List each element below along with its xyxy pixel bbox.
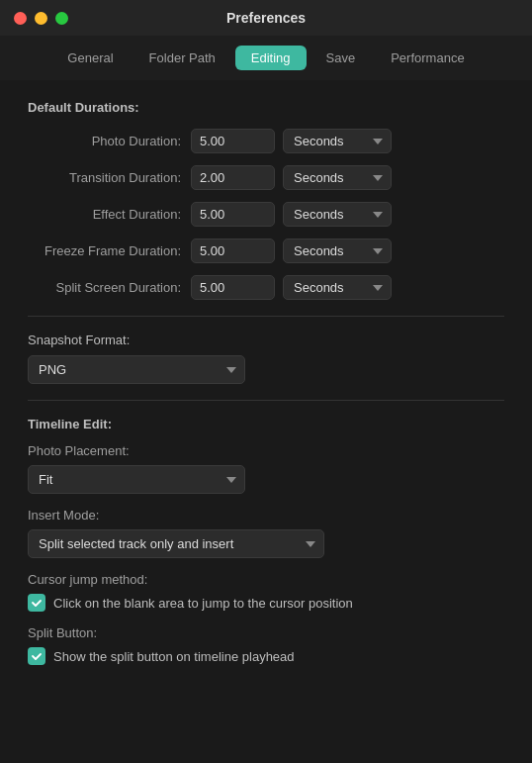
tab-folder-path[interactable]: Folder Path [133, 46, 231, 70]
tab-editing[interactable]: Editing [235, 46, 307, 70]
cursor-jump-checkbox[interactable] [28, 594, 45, 612]
freeze-frame-duration-label: Freeze Frame Duration: [28, 243, 191, 258]
cursor-jump-row: Click on the blank area to jump to the c… [28, 594, 504, 612]
split-screen-duration-row: Split Screen Duration: Seconds [28, 275, 504, 300]
photo-placement-label: Photo Placement: [28, 443, 504, 458]
insert-mode-section: Insert Mode: Split selected track only a… [28, 508, 504, 558]
photo-duration-unit[interactable]: Seconds [283, 129, 392, 153]
transition-duration-unit[interactable]: Seconds [283, 165, 392, 190]
photo-duration-input[interactable] [191, 129, 275, 153]
divider-1 [28, 316, 504, 317]
split-screen-duration-input[interactable] [191, 275, 275, 300]
split-screen-duration-label: Split Screen Duration: [28, 280, 191, 295]
tabbar: General Folder Path Editing Save Perform… [0, 36, 532, 80]
photo-placement-section: Photo Placement: Fit Fill Stretch None [28, 443, 504, 494]
insert-mode-label: Insert Mode: [28, 508, 504, 523]
default-durations-title: Default Durations: [28, 100, 504, 115]
snapshot-format-section: Snapshot Format: PNG JPEG TIFF [28, 333, 504, 384]
checkmark-icon-2 [31, 650, 43, 662]
minimize-button[interactable] [35, 12, 47, 25]
tab-performance[interactable]: Performance [375, 46, 480, 70]
checkmark-icon [31, 597, 43, 609]
tab-save[interactable]: Save [310, 46, 372, 70]
transition-duration-row: Transition Duration: Seconds [28, 165, 504, 190]
effect-duration-input[interactable] [191, 202, 275, 227]
split-button-section: Split Button: Show the split button on t… [28, 625, 504, 665]
cursor-jump-label: Cursor jump method: [28, 572, 504, 587]
divider-2 [28, 400, 504, 401]
cursor-jump-checkbox-label: Click on the blank area to jump to the c… [53, 596, 353, 611]
close-button[interactable] [14, 12, 27, 25]
transition-duration-input[interactable] [191, 165, 275, 190]
traffic-lights [14, 12, 68, 25]
freeze-frame-duration-unit[interactable]: Seconds [283, 238, 392, 263]
photo-duration-label: Photo Duration: [28, 134, 191, 148]
snapshot-format-label: Snapshot Format: [28, 333, 504, 347]
insert-mode-select[interactable]: Split selected track only and insert Ins… [28, 529, 324, 558]
split-screen-duration-unit[interactable]: Seconds [283, 275, 392, 300]
timeline-edit-title: Timeline Edit: [28, 417, 504, 431]
window-title: Preferences [226, 10, 306, 26]
split-button-row: Show the split button on timeline playhe… [28, 647, 504, 665]
cursor-jump-section: Cursor jump method: Click on the blank a… [28, 572, 504, 612]
split-button-checkbox[interactable] [28, 647, 45, 665]
split-button-label: Split Button: [28, 625, 504, 640]
maximize-button[interactable] [55, 12, 68, 25]
effect-duration-row: Effect Duration: Seconds [28, 202, 504, 227]
photo-duration-row: Photo Duration: Seconds [28, 129, 504, 153]
transition-duration-label: Transition Duration: [28, 170, 191, 185]
content-area: Default Durations: Photo Duration: Secon… [0, 80, 532, 756]
snapshot-format-select[interactable]: PNG JPEG TIFF [28, 355, 245, 384]
tab-general[interactable]: General [51, 46, 129, 70]
effect-duration-label: Effect Duration: [28, 207, 191, 222]
photo-placement-select[interactable]: Fit Fill Stretch None [28, 465, 245, 494]
freeze-frame-duration-input[interactable] [191, 238, 275, 263]
titlebar: Preferences [0, 0, 532, 36]
split-button-checkbox-label: Show the split button on timeline playhe… [53, 649, 295, 664]
effect-duration-unit[interactable]: Seconds [283, 202, 392, 227]
freeze-frame-duration-row: Freeze Frame Duration: Seconds [28, 238, 504, 263]
